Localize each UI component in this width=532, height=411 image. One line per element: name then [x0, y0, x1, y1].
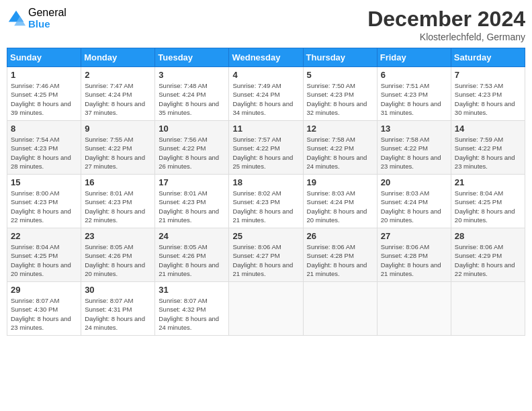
calendar-cell: 9Sunrise: 7:55 AMSunset: 4:22 PMDaylight…	[81, 121, 155, 175]
day-info: Sunrise: 8:06 AMSunset: 4:28 PMDaylight:…	[381, 242, 447, 278]
calendar-cell: 28Sunrise: 8:06 AMSunset: 4:29 PMDayligh…	[451, 228, 525, 282]
day-number: 9	[85, 124, 151, 134]
calendar-cell: 31Sunrise: 8:07 AMSunset: 4:32 PMDayligh…	[155, 282, 229, 336]
day-info: Sunrise: 7:57 AMSunset: 4:22 PMDaylight:…	[232, 135, 299, 171]
page-header: General Blue December 2024 Klosterlechfe…	[7, 7, 525, 42]
calendar-cell	[303, 282, 377, 336]
day-number: 23	[85, 231, 151, 241]
day-info: Sunrise: 7:54 AMSunset: 4:23 PMDaylight:…	[11, 135, 77, 171]
day-number: 15	[11, 177, 77, 187]
day-info: Sunrise: 7:55 AMSunset: 4:22 PMDaylight:…	[85, 135, 151, 171]
logo-text: General Blue	[28, 7, 66, 30]
day-info: Sunrise: 7:48 AMSunset: 4:24 PMDaylight:…	[159, 81, 225, 117]
calendar-cell: 8Sunrise: 7:54 AMSunset: 4:23 PMDaylight…	[7, 121, 81, 175]
day-number: 17	[159, 177, 225, 187]
day-number: 24	[159, 231, 225, 241]
day-number: 13	[381, 124, 447, 134]
column-header-thursday: Thursday	[303, 48, 377, 67]
calendar-cell	[229, 282, 303, 336]
day-number: 6	[381, 70, 447, 80]
location: Klosterlechfeld, Germany	[367, 32, 525, 42]
calendar-cell: 11Sunrise: 7:57 AMSunset: 4:22 PMDayligh…	[229, 121, 303, 175]
calendar-cell: 22Sunrise: 8:04 AMSunset: 4:25 PMDayligh…	[7, 228, 81, 282]
column-header-saturday: Saturday	[451, 48, 525, 67]
day-info: Sunrise: 7:49 AMSunset: 4:24 PMDaylight:…	[232, 81, 299, 117]
day-info: Sunrise: 8:06 AMSunset: 4:29 PMDaylight:…	[455, 242, 521, 278]
day-number: 2	[85, 70, 151, 80]
day-number: 18	[232, 177, 299, 187]
day-number: 3	[159, 70, 225, 80]
day-info: Sunrise: 8:06 AMSunset: 4:28 PMDaylight:…	[307, 242, 373, 278]
calendar-cell: 25Sunrise: 8:06 AMSunset: 4:27 PMDayligh…	[229, 228, 303, 282]
day-info: Sunrise: 8:07 AMSunset: 4:31 PMDaylight:…	[85, 296, 151, 332]
day-info: Sunrise: 8:06 AMSunset: 4:27 PMDaylight:…	[232, 242, 299, 278]
calendar-cell: 7Sunrise: 7:53 AMSunset: 4:23 PMDaylight…	[451, 67, 525, 121]
day-info: Sunrise: 8:03 AMSunset: 4:24 PMDaylight:…	[307, 189, 373, 224]
calendar-cell: 27Sunrise: 8:06 AMSunset: 4:28 PMDayligh…	[377, 228, 451, 282]
calendar-week-4: 22Sunrise: 8:04 AMSunset: 4:25 PMDayligh…	[7, 228, 525, 282]
calendar-cell: 21Sunrise: 8:04 AMSunset: 4:25 PMDayligh…	[451, 175, 525, 228]
calendar-cell: 10Sunrise: 7:56 AMSunset: 4:22 PMDayligh…	[155, 121, 229, 175]
calendar-header-row: SundayMondayTuesdayWednesdayThursdayFrid…	[7, 48, 525, 67]
calendar-cell: 2Sunrise: 7:47 AMSunset: 4:24 PMDaylight…	[81, 67, 155, 121]
day-info: Sunrise: 8:00 AMSunset: 4:23 PMDaylight:…	[11, 189, 77, 224]
calendar-week-1: 1Sunrise: 7:46 AMSunset: 4:25 PMDaylight…	[7, 67, 525, 121]
day-info: Sunrise: 8:04 AMSunset: 4:25 PMDaylight:…	[11, 242, 77, 278]
calendar-cell: 14Sunrise: 7:59 AMSunset: 4:22 PMDayligh…	[451, 121, 525, 175]
day-number: 20	[381, 177, 447, 187]
day-number: 10	[159, 124, 225, 134]
calendar-cell: 17Sunrise: 8:01 AMSunset: 4:23 PMDayligh…	[155, 175, 229, 228]
calendar-cell: 30Sunrise: 8:07 AMSunset: 4:31 PMDayligh…	[81, 282, 155, 336]
day-number: 12	[307, 124, 373, 134]
calendar-cell: 3Sunrise: 7:48 AMSunset: 4:24 PMDaylight…	[155, 67, 229, 121]
month-title: December 2024	[367, 7, 525, 32]
calendar-cell: 15Sunrise: 8:00 AMSunset: 4:23 PMDayligh…	[7, 175, 81, 228]
calendar-cell: 24Sunrise: 8:05 AMSunset: 4:26 PMDayligh…	[155, 228, 229, 282]
day-info: Sunrise: 7:58 AMSunset: 4:22 PMDaylight:…	[381, 135, 447, 171]
day-info: Sunrise: 8:05 AMSunset: 4:26 PMDaylight:…	[85, 242, 151, 278]
day-number: 27	[381, 231, 447, 241]
day-info: Sunrise: 8:07 AMSunset: 4:32 PMDaylight:…	[159, 296, 225, 332]
day-info: Sunrise: 8:01 AMSunset: 4:23 PMDaylight:…	[159, 189, 225, 224]
day-number: 8	[11, 124, 77, 134]
calendar-cell: 26Sunrise: 8:06 AMSunset: 4:28 PMDayligh…	[303, 228, 377, 282]
calendar-cell: 16Sunrise: 8:01 AMSunset: 4:23 PMDayligh…	[81, 175, 155, 228]
calendar-cell: 12Sunrise: 7:58 AMSunset: 4:22 PMDayligh…	[303, 121, 377, 175]
day-number: 22	[11, 231, 77, 241]
column-header-monday: Monday	[81, 48, 155, 67]
calendar-week-3: 15Sunrise: 8:00 AMSunset: 4:23 PMDayligh…	[7, 175, 525, 228]
day-number: 26	[307, 231, 373, 241]
day-number: 29	[11, 285, 77, 295]
day-info: Sunrise: 8:03 AMSunset: 4:24 PMDaylight:…	[381, 189, 447, 224]
logo[interactable]: General Blue	[7, 7, 66, 30]
day-number: 1	[11, 70, 77, 80]
column-header-sunday: Sunday	[7, 48, 81, 67]
day-info: Sunrise: 7:47 AMSunset: 4:24 PMDaylight:…	[85, 81, 151, 117]
calendar-cell: 5Sunrise: 7:50 AMSunset: 4:23 PMDaylight…	[303, 67, 377, 121]
calendar-cell: 19Sunrise: 8:03 AMSunset: 4:24 PMDayligh…	[303, 175, 377, 228]
column-header-wednesday: Wednesday	[229, 48, 303, 67]
day-info: Sunrise: 8:02 AMSunset: 4:23 PMDaylight:…	[232, 189, 299, 224]
column-header-tuesday: Tuesday	[155, 48, 229, 67]
day-number: 5	[307, 70, 373, 80]
day-number: 30	[85, 285, 151, 295]
day-info: Sunrise: 8:07 AMSunset: 4:30 PMDaylight:…	[11, 296, 77, 332]
calendar-cell: 20Sunrise: 8:03 AMSunset: 4:24 PMDayligh…	[377, 175, 451, 228]
day-info: Sunrise: 8:01 AMSunset: 4:23 PMDaylight:…	[85, 189, 151, 224]
title-section: December 2024 Klosterlechfeld, Germany	[367, 7, 525, 42]
calendar-cell: 6Sunrise: 7:51 AMSunset: 4:23 PMDaylight…	[377, 67, 451, 121]
calendar-cell: 29Sunrise: 8:07 AMSunset: 4:30 PMDayligh…	[7, 282, 81, 336]
calendar-cell: 13Sunrise: 7:58 AMSunset: 4:22 PMDayligh…	[377, 121, 451, 175]
calendar-cell: 1Sunrise: 7:46 AMSunset: 4:25 PMDaylight…	[7, 67, 81, 121]
day-number: 14	[455, 124, 521, 134]
day-number: 28	[455, 231, 521, 241]
day-info: Sunrise: 7:58 AMSunset: 4:22 PMDaylight:…	[307, 135, 373, 171]
calendar-cell	[451, 282, 525, 336]
day-info: Sunrise: 7:51 AMSunset: 4:23 PMDaylight:…	[381, 81, 447, 117]
day-info: Sunrise: 8:05 AMSunset: 4:26 PMDaylight:…	[159, 242, 225, 278]
logo-general: General	[28, 7, 66, 19]
day-info: Sunrise: 7:46 AMSunset: 4:25 PMDaylight:…	[11, 81, 77, 117]
day-number: 7	[455, 70, 521, 80]
day-number: 31	[159, 285, 225, 295]
day-info: Sunrise: 7:56 AMSunset: 4:22 PMDaylight:…	[159, 135, 225, 171]
